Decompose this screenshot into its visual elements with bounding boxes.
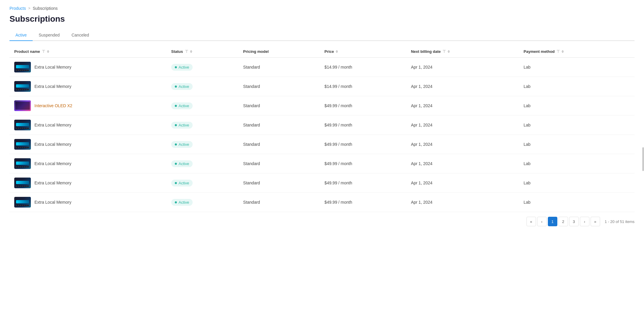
payment-method-cell: Lab: [519, 173, 635, 193]
tab-suspended[interactable]: Suspended: [33, 30, 66, 41]
status-cell: Active: [166, 96, 239, 116]
col-payment-method: Payment method ⊤: [519, 46, 635, 58]
tab-active[interactable]: Active: [9, 30, 33, 41]
status-text: Active: [179, 65, 189, 69]
status-dot: [175, 105, 177, 107]
status-badge: Active: [171, 64, 193, 71]
table-row[interactable]: Extra Local Memory Active Standard$14.99…: [9, 77, 635, 96]
product-image: [14, 62, 31, 72]
table-row[interactable]: Extra Local Memory Active Standard$49.99…: [9, 116, 635, 135]
table-row[interactable]: Extra Local Memory Active Standard$49.99…: [9, 135, 635, 154]
status-badge: Active: [171, 102, 193, 109]
pagination-info: 1 - 20 of 51 items: [605, 219, 635, 224]
product-image: [14, 81, 31, 92]
product-name-sort-icon[interactable]: [47, 50, 49, 53]
price-cell: $14.99 / month: [320, 58, 406, 77]
product-image: [14, 120, 31, 130]
payment-method-cell: Lab: [519, 116, 635, 135]
status-cell: Active: [166, 154, 239, 173]
status-cell: Active: [166, 193, 239, 212]
product-image: [14, 139, 31, 150]
pagination-last[interactable]: »: [591, 217, 600, 226]
billing-filter-icon[interactable]: ⊤: [442, 49, 446, 54]
payment-filter-icon[interactable]: ⊤: [556, 49, 560, 54]
status-filter-icon[interactable]: ⊤: [185, 49, 188, 54]
product-name-cell: Extra Local Memory: [9, 173, 166, 193]
table-row[interactable]: Extra Local Memory Active Standard$49.99…: [9, 193, 635, 212]
pricing-model-cell: Standard: [238, 116, 320, 135]
product-name-text: Extra Local Memory: [34, 65, 71, 69]
price-cell: $14.99 / month: [320, 77, 406, 96]
table-header-row: Product name ⊤ Status ⊤: [9, 46, 635, 58]
pagination-page-1[interactable]: 1: [548, 217, 557, 226]
payment-sort-icon[interactable]: [561, 50, 564, 53]
payment-method-cell: Lab: [519, 58, 635, 77]
status-badge: Active: [171, 160, 193, 167]
status-cell: Active: [166, 58, 239, 77]
status-cell: Active: [166, 173, 239, 193]
pagination-page-2[interactable]: 2: [559, 217, 568, 226]
status-text: Active: [179, 142, 189, 147]
pagination-next[interactable]: ›: [580, 217, 589, 226]
product-name-text: Extra Local Memory: [34, 142, 71, 147]
status-text: Active: [179, 104, 189, 108]
product-name-text: Extra Local Memory: [34, 200, 71, 205]
pagination-page-3[interactable]: 3: [569, 217, 579, 226]
product-name-text: Extra Local Memory: [34, 123, 71, 127]
status-cell: Active: [166, 135, 239, 154]
status-dot: [175, 66, 177, 68]
status-text: Active: [179, 162, 189, 166]
status-cell: Active: [166, 77, 239, 96]
product-name-text: Interactive OLED X2: [34, 103, 72, 108]
col-product-name: Product name ⊤: [9, 46, 166, 58]
status-badge: Active: [171, 122, 193, 129]
table-row[interactable]: Extra Local Memory Active Standard$14.99…: [9, 58, 635, 77]
payment-method-cell: Lab: [519, 154, 635, 173]
billing-sort-icon[interactable]: [448, 50, 450, 53]
col-price: Price: [320, 46, 406, 58]
col-payment-method-label: Payment method: [524, 49, 555, 54]
status-badge: Active: [171, 83, 193, 90]
col-pricing-model-label: Pricing model: [243, 49, 269, 54]
pricing-model-cell: Standard: [238, 58, 320, 77]
pricing-model-cell: Standard: [238, 135, 320, 154]
price-sort-icon[interactable]: [336, 50, 338, 53]
pricing-model-cell: Standard: [238, 77, 320, 96]
pagination-prev[interactable]: ‹: [537, 217, 547, 226]
tab-canceled[interactable]: Canceled: [66, 30, 95, 41]
table-row[interactable]: Interactive OLED X2 Active Standard$49.9…: [9, 96, 635, 116]
breadcrumb-products-link[interactable]: Products: [9, 6, 26, 11]
status-dot: [175, 143, 177, 145]
col-next-billing: Next billing date ⊤: [406, 46, 519, 58]
price-cell: $49.99 / month: [320, 173, 406, 193]
next-billing-cell: Apr 1, 2024: [406, 135, 519, 154]
next-billing-cell: Apr 1, 2024: [406, 58, 519, 77]
price-cell: $49.99 / month: [320, 154, 406, 173]
product-name-text: Extra Local Memory: [34, 161, 71, 166]
breadcrumb-current: Subscriptions: [33, 6, 58, 11]
status-text: Active: [179, 123, 189, 127]
price-cell: $49.99 / month: [320, 96, 406, 116]
status-sort-icon[interactable]: [190, 50, 192, 53]
col-next-billing-label: Next billing date: [411, 49, 441, 54]
table-row[interactable]: Extra Local Memory Active Standard$49.99…: [9, 154, 635, 173]
product-image: [14, 100, 31, 111]
payment-method-cell: Lab: [519, 77, 635, 96]
status-text: Active: [179, 181, 189, 185]
pricing-model-cell: Standard: [238, 193, 320, 212]
product-name-cell: Extra Local Memory: [9, 135, 166, 154]
page-title: Subscriptions: [9, 14, 635, 24]
next-billing-cell: Apr 1, 2024: [406, 173, 519, 193]
col-product-name-label: Product name: [14, 49, 40, 54]
table-wrapper: Product name ⊤ Status ⊤: [9, 46, 635, 212]
product-name-filter-icon[interactable]: ⊤: [42, 49, 45, 54]
pagination-first[interactable]: «: [526, 217, 536, 226]
subscriptions-table: Product name ⊤ Status ⊤: [9, 46, 635, 212]
scrollbar-indicator[interactable]: [642, 147, 644, 171]
table-row[interactable]: Extra Local Memory Active Standard$49.99…: [9, 173, 635, 193]
next-billing-cell: Apr 1, 2024: [406, 193, 519, 212]
status-text: Active: [179, 84, 189, 89]
col-status: Status ⊤: [166, 46, 239, 58]
product-name-cell: Extra Local Memory: [9, 193, 166, 212]
next-billing-cell: Apr 1, 2024: [406, 77, 519, 96]
